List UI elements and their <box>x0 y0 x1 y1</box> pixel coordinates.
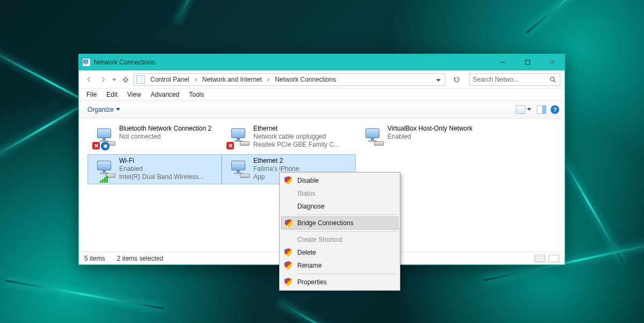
menu-view[interactable]: View <box>123 90 145 99</box>
breadcrumb-sep: › <box>265 76 272 83</box>
preview-pane-icon <box>537 105 546 114</box>
large-icons-view-button[interactable] <box>548 255 559 262</box>
refresh-button[interactable] <box>450 73 464 86</box>
context-menu-label: Create Shortcut <box>297 236 342 243</box>
close-button[interactable] <box>540 54 565 70</box>
connection-item[interactable]: Wi-FiEnabledIntel(R) Dual Band Wireless.… <box>87 154 222 184</box>
context-menu-item[interactable]: Properties <box>281 276 398 289</box>
svg-line-7 <box>554 80 556 82</box>
context-menu-item[interactable]: Delete <box>281 246 398 259</box>
context-menu-item[interactable]: Disable <box>281 174 398 187</box>
context-menu-label: Bridge Connections <box>297 219 354 227</box>
uac-shield-icon <box>284 248 293 257</box>
context-menu-label: Properties <box>297 278 327 286</box>
network-adapter-icon <box>360 125 387 150</box>
context-menu-label: Disable <box>297 177 319 184</box>
connection-item[interactable]: ✕EthernetNetwork cable unpluggedRealtek … <box>222 122 356 152</box>
connection-status: Enabled <box>387 133 486 141</box>
context-menu-item[interactable]: Rename <box>281 259 398 272</box>
uac-shield-icon <box>285 219 294 228</box>
search-box[interactable]: Search Netwo... <box>469 73 560 86</box>
error-overlay-icon: ✕ <box>226 142 234 149</box>
view-mode-button[interactable] <box>515 104 532 115</box>
svg-rect-3 <box>525 60 530 64</box>
context-menu-label: Diagnose <box>297 203 325 210</box>
menu-advanced[interactable]: Advanced <box>147 90 184 99</box>
back-button[interactable] <box>83 74 95 85</box>
wifi-signal-icon <box>100 176 108 183</box>
context-menu-label: Rename <box>297 262 321 269</box>
context-menu-separator <box>297 214 397 215</box>
forward-button[interactable] <box>97 74 109 85</box>
details-view-button[interactable] <box>535 255 545 262</box>
connection-name: Bluetooth Network Connection 2 <box>119 125 218 133</box>
context-menu-separator <box>297 231 397 232</box>
context-menu-item: Status <box>281 187 398 200</box>
context-menu-label: Status <box>297 190 316 197</box>
connection-name: Ethernet 2 <box>253 157 352 165</box>
connection-device: Realtek PCIe GBE Family C... <box>253 141 352 149</box>
breadcrumb-item[interactable]: Control Panel <box>148 76 192 83</box>
network-adapter-icon <box>91 157 119 183</box>
context-menu-label: Delete <box>297 249 316 256</box>
minimize-button[interactable] <box>491 54 515 70</box>
svg-rect-1 <box>85 64 86 65</box>
connection-name: Wi-Fi <box>119 157 218 165</box>
menu-tools[interactable]: Tools <box>185 90 208 99</box>
connection-name: Ethernet <box>253 125 352 133</box>
menubar: File Edit View Advanced Tools <box>79 89 565 101</box>
window-title: Network Connections <box>94 59 155 66</box>
network-adapter-icon: ✕ <box>225 125 253 150</box>
svg-point-6 <box>551 77 554 81</box>
context-menu-item: Create Shortcut <box>281 233 398 246</box>
recent-dropdown[interactable] <box>111 76 118 82</box>
uac-shield-icon <box>284 278 293 286</box>
address-dropdown[interactable] <box>433 76 444 83</box>
address-icon <box>136 75 145 84</box>
address-bar[interactable]: Control Panel › Network and Internet › N… <box>134 73 445 86</box>
breadcrumb-item[interactable]: Network Connections <box>273 76 338 83</box>
connection-status: Enabled <box>119 165 218 173</box>
organize-label: Organize <box>87 106 114 113</box>
connection-status: Network cable unplugged <box>253 133 352 141</box>
context-menu-item[interactable]: Bridge Connections <box>281 217 398 229</box>
uac-shield-icon <box>284 176 293 185</box>
window-icon <box>82 58 91 67</box>
view-icon <box>516 105 525 114</box>
maximize-button[interactable] <box>515 54 540 70</box>
bluetooth-overlay-icon: ✱ <box>101 142 109 150</box>
help-button[interactable]: ? <box>551 105 559 114</box>
titlebar[interactable]: Network Connections <box>79 54 565 70</box>
context-menu-separator <box>297 274 397 274</box>
connection-name: VirtualBox Host-Only Network <box>387 125 486 133</box>
navbar: Control Panel › Network and Internet › N… <box>79 70 565 89</box>
menu-edit[interactable]: Edit <box>102 90 122 99</box>
breadcrumb-item[interactable]: Network and Internet <box>200 76 264 83</box>
connection-item[interactable]: ✕✱Bluetooth Network Connection 2Not conn… <box>87 122 222 152</box>
menu-file[interactable]: File <box>82 90 101 99</box>
uac-shield-icon <box>284 261 293 270</box>
preview-pane-button[interactable] <box>536 104 547 115</box>
organize-button[interactable]: Organize <box>84 104 123 116</box>
search-icon <box>549 76 557 83</box>
command-bar: Organize ? <box>79 101 565 119</box>
connection-status: Not connected <box>119 133 218 141</box>
context-menu-item[interactable]: Diagnose <box>281 200 398 213</box>
error-overlay-icon: ✕ <box>92 142 100 149</box>
connection-item[interactable]: VirtualBox Host-Only NetworkEnabled <box>356 122 490 152</box>
search-placeholder: Search Netwo... <box>473 76 549 83</box>
svg-rect-0 <box>84 60 88 63</box>
chevron-down-icon <box>527 108 531 111</box>
breadcrumb-sep: › <box>193 76 199 83</box>
connection-device: Intel(R) Dual Band Wireless... <box>119 173 218 181</box>
status-selection: 2 items selected <box>117 255 164 262</box>
network-adapter-icon: ✕✱ <box>91 125 119 150</box>
up-button[interactable] <box>120 74 131 85</box>
context-menu: DisableStatusDiagnoseBridge ConnectionsC… <box>279 172 400 291</box>
status-count: 5 items <box>84 255 105 262</box>
chevron-down-icon <box>116 108 120 111</box>
network-adapter-icon <box>225 157 253 183</box>
